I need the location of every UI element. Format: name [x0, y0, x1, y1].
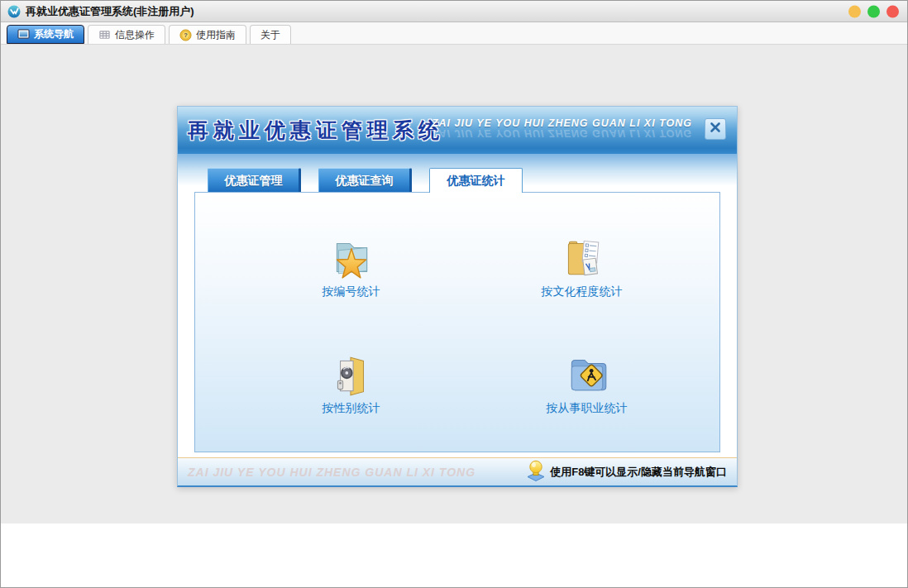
stat-by-occupation-item[interactable]: 按从事职业统计 — [521, 351, 653, 416]
navigation-dialog: 再就业优惠证管理系统 ZAI JIU YE YOU HUI ZHENG GUAN… — [177, 106, 738, 487]
dialog-tab-bar: 优惠证管理 优惠证查询 优惠证统计 — [178, 154, 737, 192]
help-coin-icon: ? — [179, 29, 192, 41]
footer-tip-text: 使用F8键可以显示/隐藏当前导航窗口 — [550, 465, 727, 480]
tab-label: 信息操作 — [115, 28, 155, 42]
tab-label: 优惠证统计 — [447, 174, 505, 187]
tab-user-guide[interactable]: ? 使用指南 — [169, 25, 246, 44]
tab-label: 使用指南 — [196, 28, 236, 42]
tab-label: 优惠证查询 — [336, 174, 394, 187]
folder-star-icon — [327, 234, 375, 282]
titlebar: 再就业优惠证管理系统(非注册用户) — [1, 1, 907, 22]
app-window: 再就业优惠证管理系统(非注册用户) 系统导航 — [0, 0, 908, 588]
item-label: 按编号统计 — [323, 284, 380, 299]
footer-tip: 使用F8键可以显示/隐藏当前导航窗口 — [525, 460, 727, 485]
folder-roadsign-icon — [563, 351, 611, 399]
item-label: 按性别统计 — [323, 401, 380, 416]
tab-label: 关于 — [260, 28, 280, 42]
tab-label: 优惠证管理 — [225, 174, 283, 187]
close-button[interactable] — [886, 5, 899, 17]
minimize-button[interactable] — [848, 5, 861, 17]
tab-system-navigation[interactable]: 系统导航 — [7, 25, 84, 44]
stat-by-education-item[interactable]: 按文化程度统计 — [516, 234, 648, 299]
tab-certificate-statistics[interactable]: 优惠证统计 — [429, 168, 523, 193]
item-label: 按从事职业统计 — [547, 401, 628, 416]
dialog-header: 再就业优惠证管理系统 ZAI JIU YE YOU HUI ZHENG GUAN… — [178, 107, 737, 154]
close-x-icon — [710, 122, 721, 136]
footer-watermark: ZAI JIU YE YOU HUI ZHENG GUAN LI XI TONG — [188, 466, 476, 479]
monitor-icon — [17, 29, 30, 40]
lightbulb-icon — [525, 460, 547, 485]
tab-certificate-management[interactable]: 优惠证管理 — [208, 168, 301, 192]
tab-label: 系统导航 — [34, 27, 74, 41]
zoom-button[interactable] — [867, 5, 880, 17]
main-tab-bar: 系统导航 信息操作 ? 使用指南 关于 — [1, 22, 907, 45]
dialog-title: 再就业优惠证管理系统 — [188, 117, 444, 144]
dialog-subtitle: ZAI JIU YE YOU HUI ZHENG GUAN LI XI TONG… — [432, 117, 692, 139]
app-logo-icon — [7, 5, 21, 18]
statistics-panel: 按编号统计 — [194, 192, 720, 452]
folder-documents-icon — [558, 234, 606, 282]
stat-by-gender-item[interactable]: 按性别统计 — [285, 351, 418, 416]
window-title: 再就业优惠证管理系统(非注册用户) — [26, 4, 194, 19]
tab-certificate-query[interactable]: 优惠证查询 — [318, 168, 412, 192]
stat-by-number-item[interactable]: 按编号统计 — [285, 234, 418, 299]
item-label: 按文化程度统计 — [542, 284, 623, 299]
dialog-footer: ZAI JIU YE YOU HUI ZHENG GUAN LI XI TONG — [178, 457, 737, 485]
tab-about[interactable]: 关于 — [250, 25, 291, 44]
tab-info-operations[interactable]: 信息操作 — [88, 25, 165, 44]
grid-icon — [98, 30, 111, 41]
svg-text:?: ? — [184, 31, 188, 39]
dialog-close-button[interactable] — [705, 118, 726, 140]
window-controls — [848, 5, 899, 17]
workspace-background: 再就业优惠证管理系统 ZAI JIU YE YOU HUI ZHENG GUAN… — [1, 45, 907, 523]
folder-disc-icon — [327, 351, 375, 399]
